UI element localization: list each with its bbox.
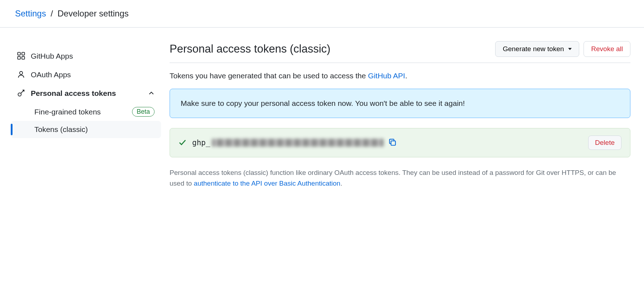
- breadcrumb-separator: /: [50, 9, 53, 18]
- breadcrumb-current: Developer settings: [58, 9, 129, 18]
- copy-token-warning-flash: Make sure to copy your personal access t…: [170, 89, 630, 118]
- svg-rect-2: [18, 57, 20, 59]
- svg-point-5: [18, 93, 21, 96]
- generate-new-token-button[interactable]: Generate new token: [495, 41, 579, 57]
- sidebar-item-fine-grained-tokens[interactable]: Fine-grained tokens Beta: [11, 103, 161, 121]
- breadcrumb-settings-link[interactable]: Settings: [15, 9, 46, 18]
- revoke-all-button[interactable]: Revoke all: [584, 41, 630, 57]
- chevron-up-icon: [148, 90, 155, 97]
- delete-token-button[interactable]: Delete: [588, 136, 621, 150]
- breadcrumb: Settings / Developer settings: [0, 0, 644, 28]
- svg-rect-0: [18, 52, 20, 55]
- sidebar-item-label: Tokens (classic): [34, 125, 88, 134]
- basic-auth-link[interactable]: authenticate to the API over Basic Authe…: [194, 180, 341, 187]
- key-icon: [17, 89, 26, 98]
- sidebar-item-label: GitHub Apps: [31, 52, 73, 60]
- sidebar-item-label: OAuth Apps: [31, 70, 71, 79]
- github-api-link[interactable]: GitHub API: [368, 72, 405, 80]
- button-label: Revoke all: [591, 45, 623, 53]
- sidebar: GitHub Apps OAuth Apps Personal access t…: [11, 38, 161, 189]
- sidebar-item-label: Fine-grained tokens: [34, 108, 101, 116]
- sidebar-item-oauth-apps[interactable]: OAuth Apps: [11, 65, 161, 84]
- token-value: ghp_: [192, 138, 384, 147]
- sidebar-item-github-apps[interactable]: GitHub Apps: [11, 47, 161, 65]
- svg-rect-1: [22, 52, 25, 55]
- tokens-footnote: Personal access tokens (classic) functio…: [170, 167, 630, 189]
- button-label: Delete: [595, 139, 615, 146]
- sidebar-item-tokens-classic[interactable]: Tokens (classic): [11, 121, 161, 138]
- copy-icon[interactable]: [389, 138, 397, 147]
- svg-rect-6: [391, 141, 395, 145]
- check-icon: [179, 138, 187, 147]
- beta-badge: Beta: [132, 107, 155, 117]
- svg-point-4: [20, 72, 23, 74]
- svg-rect-3: [22, 57, 25, 59]
- tokens-description: Tokens you have generated that can be us…: [170, 72, 630, 80]
- token-obscured: [212, 139, 384, 147]
- sidebar-item-personal-access-tokens[interactable]: Personal access tokens: [11, 84, 161, 103]
- apps-icon: [17, 52, 26, 60]
- main-content: Personal access tokens (classic) Generat…: [170, 38, 633, 189]
- button-label: Generate new token: [503, 45, 564, 53]
- caret-down-icon: [568, 48, 572, 50]
- sidebar-item-label: Personal access tokens: [31, 89, 116, 98]
- page-title: Personal access tokens (classic): [170, 43, 495, 55]
- person-icon: [17, 70, 26, 79]
- new-token-row: ghp_ Delete: [170, 128, 630, 157]
